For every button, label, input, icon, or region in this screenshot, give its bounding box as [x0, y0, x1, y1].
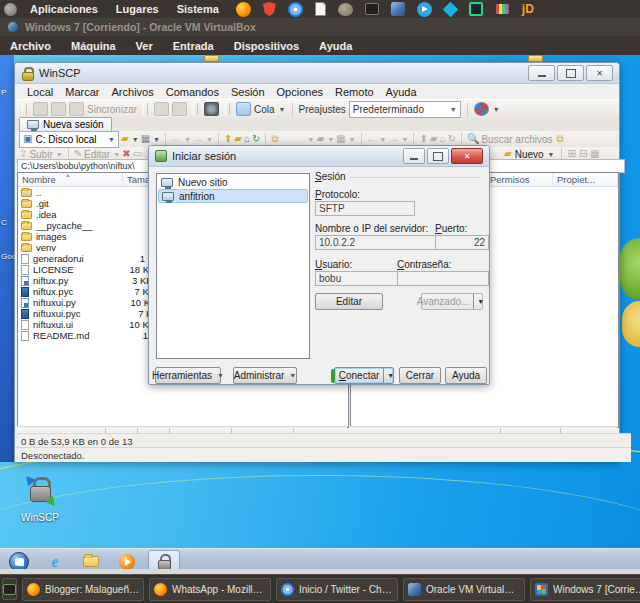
libreoffice-icon[interactable]: [315, 2, 326, 16]
panels-icon[interactable]: [33, 102, 48, 116]
bookmark-icon[interactable]: ▦: [141, 134, 150, 144]
brave-icon[interactable]: [263, 2, 276, 16]
kodi-icon[interactable]: [443, 1, 459, 17]
vbox-menu-archivo[interactable]: Archivo: [0, 40, 61, 52]
vbox-menu-dispositivos[interactable]: Dispositivos: [224, 40, 309, 52]
winscp-menu-ayuda[interactable]: Ayuda: [380, 86, 423, 98]
host-menu-aplicaciones[interactable]: Aplicaciones: [21, 3, 107, 15]
chromium-icon[interactable]: [288, 2, 303, 17]
minimize-button[interactable]: [403, 148, 425, 164]
firefox-icon[interactable]: [236, 2, 251, 17]
pycharm-icon[interactable]: [469, 2, 483, 16]
chevron-down-icon[interactable]: ▼: [450, 106, 457, 113]
folder-icon: [21, 211, 32, 219]
column-header-permisos[interactable]: Permisos: [486, 173, 553, 186]
restore-button[interactable]: [427, 148, 449, 164]
winscp-titlebar[interactable]: WinSCP ✕: [15, 63, 619, 84]
column-header-propiet[interactable]: Propiet...: [553, 173, 618, 186]
chevron-down-icon[interactable]: ▼: [548, 151, 555, 158]
close-dialog-button[interactable]: Cerrar: [399, 367, 441, 384]
home-directory-icon[interactable]: ⌂: [244, 134, 250, 144]
gimp-icon[interactable]: [338, 3, 353, 16]
terminal-icon[interactable]: [365, 3, 379, 15]
close-button[interactable]: ✕: [451, 148, 483, 164]
new-label[interactable]: Nuevo: [515, 149, 544, 160]
vbox-menu-ver[interactable]: Ver: [126, 40, 163, 52]
chromium-icon: [281, 583, 294, 596]
winscp-menu-archivos[interactable]: Archivos: [106, 86, 160, 98]
winscp-menu-marcar[interactable]: Marcar: [59, 86, 105, 98]
new-folder-icon[interactable]: ▰: [504, 149, 512, 159]
site-item-nuevo-sitio[interactable]: Nuevo sitio: [158, 176, 308, 189]
queue-icon[interactable]: [236, 102, 251, 116]
host-menu-sistema[interactable]: Sistema: [168, 3, 228, 15]
update-dropdown-arrow[interactable]: ▼: [493, 106, 500, 113]
jdownloader-icon[interactable]: jD: [522, 2, 534, 16]
parent-directory-icon[interactable]: ⬆: [224, 134, 232, 144]
advanced-button: Avanzado... ▼: [421, 293, 483, 310]
maximize-button[interactable]: [557, 65, 584, 81]
preset-combo[interactable]: Predeterminado ▼: [349, 101, 461, 118]
manage-button[interactable]: Administrar▼: [233, 367, 297, 384]
connection-status: Desconectado.: [21, 450, 84, 461]
username-label: Usuario:: [315, 259, 352, 270]
chevron-down-icon[interactable]: ▼: [153, 136, 160, 143]
password-field[interactable]: [397, 271, 489, 286]
root-directory-icon[interactable]: ▰: [234, 134, 242, 144]
virtualbox-icon[interactable]: [391, 2, 405, 16]
site-list[interactable]: Nuevo sitioanfitrion: [156, 173, 310, 359]
network-icon[interactable]: ⧉: [271, 134, 278, 144]
winscp-menu-sesi-n[interactable]: Sesión: [225, 86, 271, 98]
winscp-menu-opciones[interactable]: Opciones: [271, 86, 329, 98]
vbox-menu-ayuda[interactable]: Ayuda: [309, 40, 362, 52]
copy-session-icon[interactable]: [172, 102, 187, 116]
host-menu-lugares[interactable]: Lugares: [107, 3, 168, 15]
site-label: Nuevo sitio: [178, 177, 227, 188]
winscp-desktop-shortcut[interactable]: WinSCP: [18, 475, 62, 523]
task-button-blogger-malague-os-or[interactable]: Blogger: Malagueños or...: [22, 578, 144, 601]
distro-menu-icon[interactable]: [4, 3, 17, 16]
refresh-icon[interactable]: ↻: [252, 134, 260, 144]
tv-icon[interactable]: [495, 3, 510, 15]
connect-button[interactable]: Conectar ▼: [334, 367, 394, 384]
chevron-down-icon[interactable]: ▼: [383, 368, 397, 383]
winscp-menu-remoto[interactable]: Remoto: [329, 86, 380, 98]
task-button-inicio-twitter-chrom[interactable]: Inicio / Twitter - Chrom...: [276, 578, 398, 601]
update-icon[interactable]: [474, 102, 489, 116]
tab-new-session[interactable]: Nueva sesión: [19, 117, 112, 131]
tools-button[interactable]: Herramientas▼: [155, 367, 221, 384]
task-button-oracle-vm-virtualbox-a[interactable]: Oracle VM VirtualBox A...: [403, 578, 525, 601]
virtualbox-menubar: ArchivoMáquinaVerEntradaDispositivosAyud…: [0, 36, 640, 55]
panels-swap-icon[interactable]: [51, 102, 66, 116]
window-list-button[interactable]: [2, 578, 17, 600]
chevron-down-icon[interactable]: ▼: [108, 136, 115, 143]
local-drive-combo[interactable]: ▣ C: Disco local ▼: [19, 131, 119, 148]
column-header-nombre[interactable]: Nombre▲: [18, 173, 123, 186]
edit-button[interactable]: Editar: [315, 293, 383, 310]
site-item-anfitrion[interactable]: anfitrion: [158, 189, 308, 203]
task-button-whatsapp-mozilla-fire[interactable]: WhatsApp - Mozilla Fire...: [149, 578, 271, 601]
winscp-menu-comandos[interactable]: Comandos: [160, 86, 225, 98]
help-button[interactable]: Ayuda: [445, 367, 487, 384]
chevron-down-icon[interactable]: ▼: [132, 136, 139, 143]
upload-icon: ⇪: [19, 149, 27, 159]
open-folder-icon[interactable]: ▰: [121, 134, 129, 144]
firefox-icon: [27, 583, 40, 596]
queue-dropdown-arrow[interactable]: ▼: [279, 106, 286, 113]
winscp-menu-local[interactable]: Local: [21, 86, 59, 98]
telegram-icon[interactable]: [417, 2, 432, 17]
network-icon[interactable]: ⧉: [557, 134, 564, 144]
protocol-combo: SFTP: [315, 201, 415, 216]
port-label: Puerto:: [435, 223, 467, 234]
transfer-settings-icon[interactable]: [154, 102, 169, 116]
preferences-gear-icon[interactable]: [204, 102, 219, 116]
login-dialog-titlebar[interactable]: Iniciar sesión ✕: [149, 146, 489, 167]
queue-label[interactable]: Cola: [254, 104, 275, 115]
task-button-windows-7-corriendo[interactable]: Windows 7 [Corriendo]: [530, 578, 640, 601]
vbox-menu-m-quina[interactable]: Máquina: [61, 40, 126, 52]
remove-icon: ⊟: [579, 149, 587, 159]
winscp-toolbar: Sincronizar Cola ▼ Preajustes Predetermi…: [15, 99, 619, 118]
close-button[interactable]: ✕: [586, 65, 613, 81]
minimize-button[interactable]: [528, 65, 555, 81]
vbox-menu-entrada[interactable]: Entrada: [163, 40, 224, 52]
